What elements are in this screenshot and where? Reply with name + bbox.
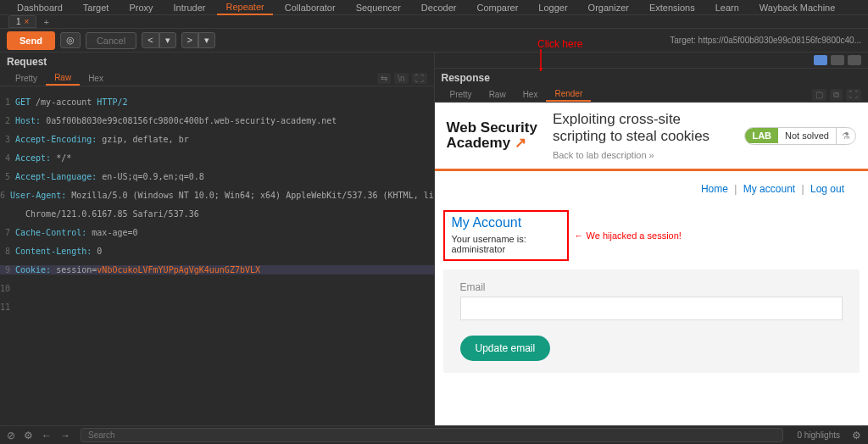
wsa-logo: Web Security Academy ↗ — [447, 120, 537, 151]
flask-icon: ⚗ — [836, 128, 855, 144]
render-viewport[interactable]: Web Security Academy ↗ Exploiting cross-… — [435, 103, 869, 432]
tab-decoder[interactable]: Decoder — [413, 1, 465, 14]
history-next-button[interactable]: > — [181, 32, 198, 48]
response-view-hex[interactable]: Hex — [515, 88, 547, 101]
tab-sequencer[interactable]: Sequencer — [348, 1, 409, 14]
request-title: Request — [0, 53, 434, 71]
nav-logout[interactable]: Log out — [810, 183, 844, 195]
request-fullscreen-icon[interactable]: ⛶ — [412, 73, 427, 84]
response-fullscreen-icon[interactable]: ⛶ — [846, 89, 861, 101]
layout-tabs-icon[interactable] — [831, 55, 844, 65]
tab-extensions[interactable]: Extensions — [641, 1, 704, 14]
account-username: Your username is: administrator — [452, 234, 560, 254]
request-view-tabs: Pretty Raw Hex ⇆ \n ⛶ — [0, 71, 434, 86]
request-editor[interactable]: 1GET /my-account HTTP/2 2Host: 0a5f00b80… — [0, 86, 434, 432]
tab-proxy[interactable]: Proxy — [120, 1, 161, 14]
lab-title: Exploiting cross-site scripting to steal… — [553, 111, 730, 145]
back-to-lab-link[interactable]: Back to lab description » — [553, 150, 730, 160]
history-prev-menu[interactable]: ▾ — [159, 32, 176, 48]
lab-badge: LAB — [745, 128, 778, 143]
help-icon[interactable]: ⊘ — [5, 430, 17, 441]
account-heading: My Account — [452, 215, 560, 230]
email-field[interactable] — [460, 297, 843, 320]
repeater-subtabs: 1× + — [0, 15, 868, 29]
annotation-hijacked: ← We hijacked a session! — [575, 230, 682, 241]
highlights-count: 0 highlights — [792, 430, 845, 440]
request-view-pretty[interactable]: Pretty — [7, 72, 46, 85]
response-option-icon[interactable]: ▢ — [812, 89, 826, 101]
email-form: Email Update email — [443, 269, 860, 373]
request-wrap-icon[interactable]: ⇆ — [377, 73, 391, 84]
gear-icon[interactable] — [22, 430, 35, 441]
update-email-button[interactable]: Update email — [460, 336, 551, 361]
close-icon[interactable]: × — [25, 17, 30, 26]
response-view-pretty[interactable]: Pretty — [442, 88, 481, 101]
tab-intruder[interactable]: Intruder — [165, 1, 214, 14]
layout-split-icon[interactable] — [814, 55, 827, 65]
target-config-button[interactable]: ◎ — [60, 32, 81, 48]
nav-myaccount[interactable]: My account — [743, 183, 795, 195]
email-label: Email — [460, 281, 843, 293]
tab-collaborator[interactable]: Collaborator — [276, 1, 344, 14]
site-nav: Home | My account | Log out — [435, 171, 869, 207]
nav-home[interactable]: Home — [701, 183, 728, 195]
response-view-render[interactable]: Render — [546, 87, 591, 102]
layout-toolbar — [435, 53, 869, 69]
request-view-hex[interactable]: Hex — [80, 72, 112, 85]
tab-wayback[interactable]: Wayback Machine — [751, 1, 843, 14]
tab-repeater[interactable]: Repeater — [217, 0, 272, 15]
main-tabs: Dashboard Target Proxy Intruder Repeater… — [0, 0, 868, 15]
tab-logger[interactable]: Logger — [530, 1, 576, 14]
tab-comparer[interactable]: Comparer — [468, 1, 526, 14]
tab-organizer[interactable]: Organizer — [580, 1, 637, 14]
lab-status-text: Not solved — [778, 128, 836, 143]
status-bar: ⊘ ← → 0 highlights — [0, 425, 868, 444]
search-settings-icon[interactable] — [850, 430, 863, 441]
request-view-raw[interactable]: Raw — [46, 71, 80, 86]
tab-learn[interactable]: Learn — [707, 1, 748, 14]
response-panel: Response Pretty Raw Hex Render ▢ ⧉ ⛶ Web… — [435, 53, 869, 432]
tab-dashboard[interactable]: Dashboard — [8, 1, 71, 14]
nav-fwd-icon[interactable]: → — [58, 430, 72, 441]
request-newline-icon[interactable]: \n — [394, 73, 408, 84]
response-copy-icon[interactable]: ⧉ — [830, 89, 843, 101]
cancel-button[interactable]: Cancel — [86, 32, 136, 49]
request-panel: Request Pretty Raw Hex ⇆ \n ⛶ 1GET /my-a… — [0, 53, 435, 432]
search-input[interactable] — [81, 428, 783, 442]
response-view-tabs: Pretty Raw Hex Render ▢ ⧉ ⛶ — [435, 87, 869, 103]
target-label[interactable]: Target: https://0a5f00b8030e99c08156fc98… — [670, 36, 861, 45]
account-box: My Account Your username is: administrat… — [443, 210, 569, 261]
history-next-menu[interactable]: ▾ — [198, 32, 215, 48]
response-view-raw[interactable]: Raw — [481, 88, 515, 101]
nav-back-icon[interactable]: ← — [40, 430, 53, 441]
repeater-toolbar: Send ◎ Cancel < ▾ > ▾ Target: https://0a… — [0, 29, 868, 53]
tab-target[interactable]: Target — [75, 1, 118, 14]
layout-horizontal-icon[interactable] — [848, 55, 861, 65]
response-title: Response — [435, 69, 869, 87]
history-prev-button[interactable]: < — [142, 32, 159, 48]
repeater-tab-1[interactable]: 1× — [8, 15, 36, 28]
add-tab-button[interactable]: + — [38, 17, 53, 27]
annotation-click-here: Click here — [537, 38, 582, 50]
send-button[interactable]: Send — [7, 31, 55, 50]
lab-status: LAB Not solved ⚗ — [744, 127, 856, 145]
